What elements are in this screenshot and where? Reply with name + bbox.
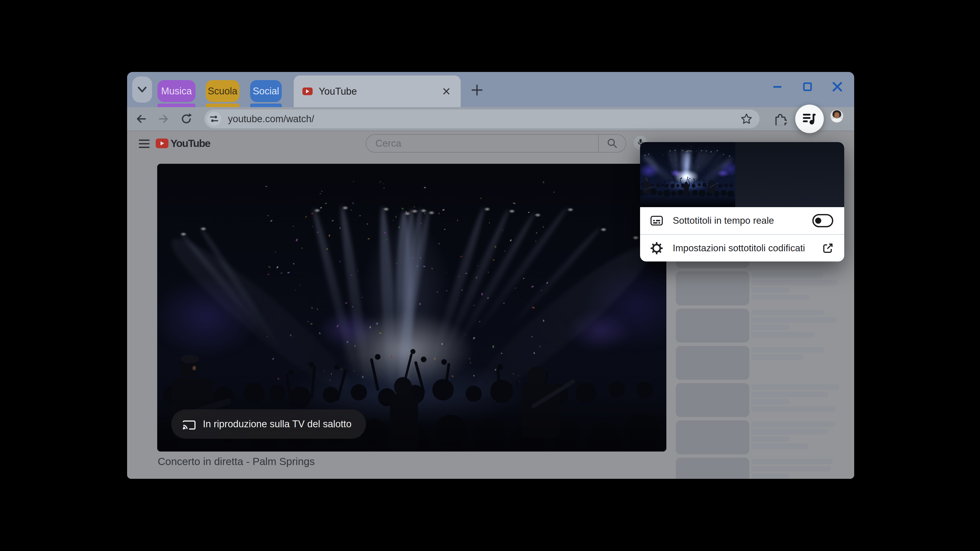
related-video-skeleton [676,272,854,309]
skeleton-text-line [751,280,838,286]
related-video-skeleton [676,383,854,421]
media-session-card [640,142,844,207]
new-tab-button[interactable] [469,82,485,98]
back-icon [135,113,147,125]
skeleton-thumbnail [676,346,749,380]
media-thumbnail [640,142,735,207]
bookmark-star-button[interactable] [741,113,752,125]
youtube-search-bar [366,134,626,152]
skeleton-text-line [751,272,823,278]
reload-button[interactable] [177,110,196,128]
youtube-menu-button[interactable] [136,136,152,151]
skeleton-text-line [751,444,809,449]
live-captions-row[interactable]: Sottotitoli in tempo reale [640,207,844,235]
skeleton-thumbnail [676,421,749,454]
skeleton-text-line [751,466,831,472]
tab-group-chip-social[interactable]: Social [250,80,282,102]
skeleton-text-line [751,310,824,315]
skeleton-text-line [751,324,790,330]
tab-search-button[interactable] [132,76,152,103]
tab-group-underline-scuola [206,103,239,107]
site-settings-button[interactable] [207,112,221,126]
skeleton-text-line [751,473,789,479]
youtube-logo[interactable]: YouTube [156,136,210,151]
caption-settings-row[interactable]: Impostazioni sottotitoli codificati [640,235,844,262]
extensions-button[interactable] [771,110,789,128]
live-captions-icon [650,214,663,227]
video-title: Concerto in diretta - Palm Springs [158,456,315,468]
tab-group-underline-social [250,103,282,107]
browser-toolbar: youtube.com/watch/ [127,107,854,131]
search-icon [607,138,618,149]
tab-strip: Musica Scuola Social YouTube [127,72,854,107]
skeleton-text-line [751,384,839,390]
skeleton-text-line [751,429,828,434]
skeleton-text-line [751,392,829,397]
url-text: youtube.com/watch/ [228,114,741,124]
tab-group-underline-musica [158,103,196,107]
tab-close-button[interactable] [439,84,453,98]
skeleton-text-line [751,407,835,412]
skeleton-text-line [751,421,835,427]
playlist-music-icon [802,112,817,126]
avatar-shirt [831,118,842,122]
open-in-new-icon [822,242,834,254]
skeleton-text-line [751,399,790,405]
chevron-down-icon [137,86,147,93]
forward-icon [158,113,170,125]
related-video-skeleton [676,346,854,383]
skeleton-text-line [751,317,837,323]
window-close-button[interactable] [830,79,845,94]
skeleton-text-line [751,354,803,360]
caption-settings-label: Impostazioni sottotitoli codificati [673,243,822,254]
skeleton-text-line [751,459,833,464]
search-button[interactable] [598,135,626,152]
tab-youtube[interactable]: YouTube [294,76,461,107]
search-input[interactable] [375,138,598,149]
skeleton-text-line [751,287,789,293]
skeleton-text-line [751,332,815,338]
screenshot-root: Musica Scuola Social YouTube [0,0,980,551]
extensions-icon [773,113,787,125]
plus-icon [471,84,483,96]
skeleton-thumbnail [676,272,749,305]
tab-group-label: Musica [161,86,192,97]
back-button[interactable] [132,110,150,128]
tune-icon [209,114,219,124]
youtube-wordmark: YouTube [170,138,210,149]
skeleton-thumbnail [676,457,749,479]
skeleton-thumbnail [676,309,749,343]
cast-status-pill[interactable]: In riproduzione sulla TV del salotto [171,410,366,439]
avatar[interactable] [830,110,843,122]
skeleton-text-line [751,295,810,300]
youtube-favicon-icon [302,87,313,95]
cast-icon [182,418,196,430]
skeleton-text-line [751,347,824,353]
close-icon [442,87,450,95]
window-minimize-button[interactable] [770,79,784,94]
skeleton-text-line [751,436,790,442]
address-bar[interactable]: youtube.com/watch/ [204,110,759,128]
minimize-icon [772,82,783,92]
skeleton-thumbnail [676,383,749,417]
youtube-logo-icon [156,138,169,148]
browser-window: Musica Scuola Social YouTube [127,72,854,479]
tab-group-label: Social [253,86,279,97]
tab-group-chip-scuola[interactable]: Scuola [206,80,239,102]
live-captions-toggle[interactable] [812,214,833,227]
cast-status-label: In riproduzione sulla TV del salotto [203,419,352,430]
related-video-skeleton [676,457,854,479]
avatar-face [834,112,839,118]
video-dim-overlay [157,164,667,451]
maximize-icon [802,82,813,92]
related-video-skeleton [676,421,854,457]
settings-gear-icon [650,242,663,254]
close-icon [832,81,843,92]
media-controls-button[interactable] [795,105,824,133]
video-player[interactable]: In riproduzione sulla TV del salotto [157,164,667,451]
tab-group-label: Scuola [208,86,237,97]
media-controls-popup: Sottotitoli in tempo reale [640,142,844,262]
window-maximize-button[interactable] [800,79,815,94]
tab-group-chip-musica[interactable]: Musica [158,80,196,102]
forward-button[interactable] [154,110,173,128]
